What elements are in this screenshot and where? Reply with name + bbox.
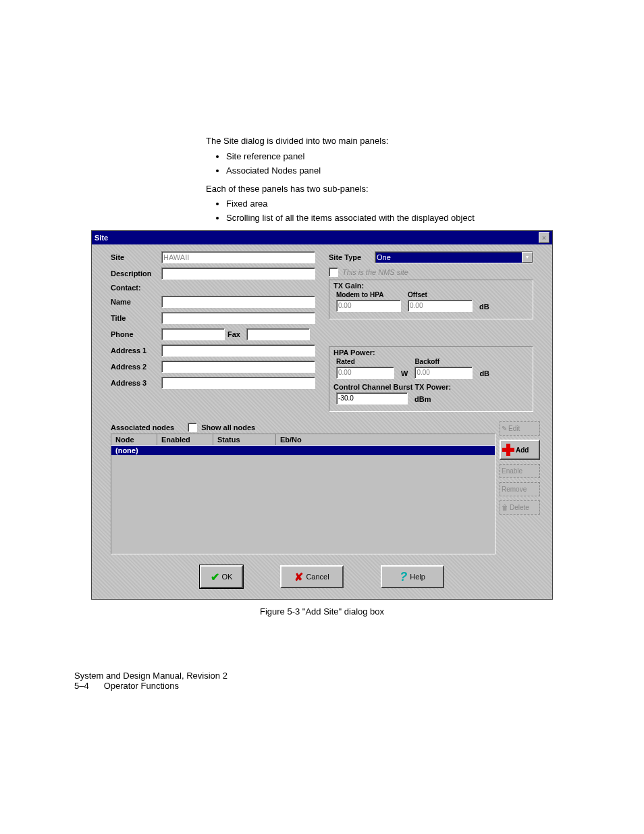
sitetype-select[interactable]: One ▾ [375, 251, 533, 263]
bullet-scroll-list: Scrolling list of all the items associat… [226, 212, 570, 225]
edit-icon: ✎ [502, 425, 507, 432]
footer-manual: System and Design Manual, Revision 2 [74, 671, 570, 681]
description-label: Description [111, 269, 161, 278]
showall-label: Show all nodes [201, 423, 255, 432]
description-input[interactable] [161, 267, 315, 280]
list-header: Node Enabled Status Eb/No [111, 434, 495, 446]
hpa-power-label: HPA Power: [333, 348, 526, 357]
question-icon: ? [400, 570, 407, 584]
cancel-label: Cancel [306, 573, 329, 581]
tx-gain-unit: dB [479, 303, 489, 312]
nodes-list[interactable]: Node Enabled Status Eb/No (none) [111, 434, 495, 554]
address3-label: Address 3 [111, 379, 161, 387]
nms-label: This is the NMS site [342, 268, 408, 276]
phone-input[interactable] [161, 328, 225, 340]
backoff-input[interactable]: 0.00 [414, 367, 473, 379]
col-ebno[interactable]: Eb/No [276, 434, 495, 445]
sitetype-label: Site Type [329, 253, 375, 261]
assoc-nodes-label: Associated nodes [111, 423, 174, 432]
site-label: Site [111, 253, 161, 261]
backoff-label: Backoff [414, 358, 473, 365]
cancel-button[interactable]: ✘ Cancel [280, 565, 344, 588]
bullet-fixed-area: Fixed area [226, 198, 570, 211]
showall-checkbox[interactable] [188, 423, 197, 432]
rated-unit: W [401, 369, 408, 379]
address1-input[interactable] [161, 344, 315, 357]
ccb-input[interactable]: -30.0 [336, 392, 408, 405]
help-button[interactable]: ? Help [381, 565, 444, 588]
delete-button[interactable]: 🗑 Delete [500, 500, 540, 515]
title-input[interactable] [161, 312, 315, 324]
site-dialog: Site × Site HAWAII Description Contact: [91, 230, 553, 600]
ok-button[interactable]: ✔ OK [200, 565, 243, 588]
remove-label: Remove [502, 486, 527, 493]
address2-label: Address 2 [111, 363, 161, 371]
title-label: Title [111, 314, 161, 322]
address3-input[interactable] [161, 377, 315, 389]
name-label: Name [111, 298, 161, 306]
sitetype-value: One [377, 253, 391, 261]
hpa-power-group: HPA Power: Rated 0.00 W Backoff 0.00 [329, 346, 533, 412]
address1-label: Address 1 [111, 346, 161, 355]
trash-icon: 🗑 [502, 504, 508, 511]
name-input[interactable] [161, 296, 315, 308]
delete-label: Delete [510, 504, 529, 511]
intro-text: The Site dialog is divided into two main… [206, 135, 570, 225]
page-number: 5–4 [74, 681, 101, 691]
plus-icon [502, 444, 514, 456]
add-button[interactable]: Add [500, 440, 540, 460]
address2-input[interactable] [161, 361, 315, 373]
add-label: Add [516, 446, 529, 454]
titlebar: Site × [92, 231, 552, 244]
figure-caption: Figure 5-3 "Add Site" dialog box [74, 606, 570, 617]
offset-input[interactable]: 0.00 [408, 300, 473, 312]
enable-label: Enable [502, 467, 522, 475]
site-input[interactable]: HAWAII [161, 251, 315, 263]
bullet-site-ref: Site reference panel [226, 151, 570, 163]
footer-section: Operator Functions [104, 681, 179, 691]
window-title: Site [95, 234, 108, 242]
page-footer: System and Design Manual, Revision 2 5–4… [74, 671, 570, 691]
rated-input[interactable]: 0.00 [336, 367, 394, 379]
remove-button[interactable]: Remove [500, 482, 540, 496]
check-icon: ✔ [211, 571, 219, 583]
ok-label: OK [222, 573, 233, 581]
col-node[interactable]: Node [111, 434, 157, 445]
list-item[interactable]: (none) [111, 446, 495, 455]
offset-label: Offset [408, 291, 473, 298]
intro-line2: Each of these panels has two sub-panels: [206, 183, 570, 196]
enable-button[interactable]: Enable [500, 464, 540, 478]
modem-hpa-input[interactable]: 0.00 [336, 300, 401, 312]
intro-line1: The Site dialog is divided into two main… [206, 135, 570, 148]
phone-label: Phone [111, 330, 161, 338]
fax-input[interactable] [246, 328, 310, 340]
ccb-unit: dBm [414, 395, 431, 405]
chevron-down-icon[interactable]: ▾ [522, 252, 533, 263]
tx-gain-label: TX Gain: [333, 282, 526, 290]
x-icon: ✘ [294, 571, 303, 583]
col-status[interactable]: Status [213, 434, 276, 445]
edit-button[interactable]: ✎ Edit [500, 421, 540, 436]
col-enabled[interactable]: Enabled [157, 434, 213, 445]
bullet-assoc-nodes: Associated Nodes panel [226, 165, 570, 178]
close-icon[interactable]: × [539, 232, 549, 243]
nms-checkbox[interactable] [329, 267, 338, 277]
modem-hpa-label: Modem to HPA [336, 291, 401, 298]
tx-gain-group: TX Gain: Modem to HPA 0.00 Offset 0.00 d… [329, 280, 533, 319]
contact-label: Contact: [111, 284, 161, 292]
fax-label: Fax [227, 330, 246, 338]
edit-label: Edit [508, 425, 520, 432]
rated-label: Rated [336, 358, 394, 365]
help-label: Help [410, 573, 425, 581]
ccb-label: Control Channel Burst TX Power: [333, 383, 526, 391]
backoff-unit: dB [479, 369, 489, 379]
